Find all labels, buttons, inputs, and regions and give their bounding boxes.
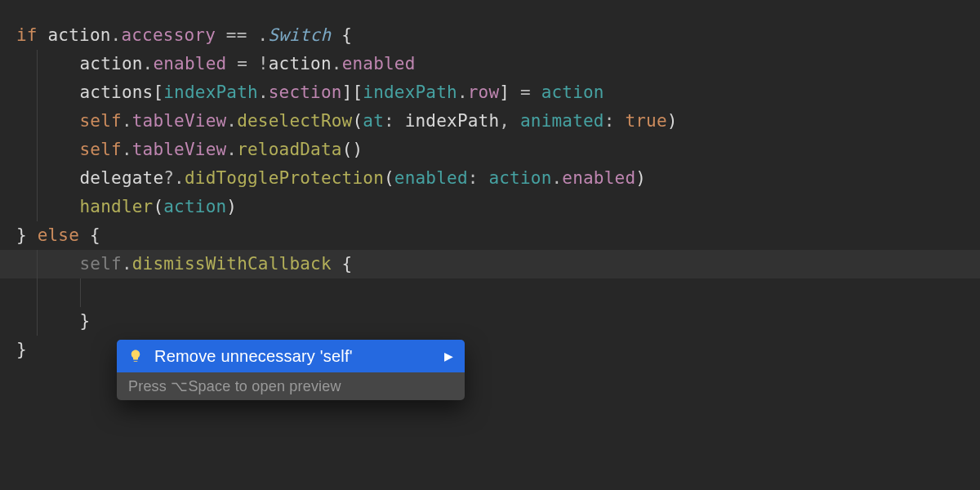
code-line[interactable]: self.tableView.deselectRow(at: indexPath… <box>0 107 980 136</box>
indent-guide <box>37 278 48 307</box>
code-line[interactable]: } else { <box>0 221 980 250</box>
code-line[interactable]: actions[indexPath.section][indexPath.row… <box>0 78 980 107</box>
indent-guide <box>37 193 48 221</box>
code-line[interactable]: self.tableView.reloadData() <box>0 136 980 164</box>
code-line[interactable]: action.enabled = !action.enabled <box>0 50 980 78</box>
code-line[interactable]: delegate?.didToggleProtection(enabled: a… <box>0 164 980 193</box>
indent-guide <box>37 50 48 78</box>
self-keyword: self <box>80 254 122 274</box>
code-line-highlighted[interactable]: self.dismissWithCallback { <box>0 250 980 278</box>
indent-guide <box>37 307 48 336</box>
indent-guide <box>37 164 48 193</box>
property: accessory <box>121 25 216 45</box>
indent-guide <box>37 78 48 107</box>
keyword-else: else <box>38 225 79 245</box>
lightbulb-icon <box>128 349 143 363</box>
indent-guide <box>37 136 48 164</box>
self-keyword: self <box>80 111 122 131</box>
identifier: action <box>48 25 111 45</box>
intention-popup: Remove unnecessary 'self' ▶ Press ⌥Space… <box>117 340 465 400</box>
code-line[interactable]: handler(action) <box>0 193 980 221</box>
code-line[interactable]: if action.accessory == .Switch { <box>0 21 980 50</box>
intention-action-item[interactable]: Remove unnecessary 'self' ▶ <box>117 340 465 372</box>
code-line[interactable]: } <box>0 307 980 336</box>
intention-hint: Press ⌥Space to open preview <box>117 372 465 400</box>
indent-guide <box>37 107 48 136</box>
enum-case: Switch <box>268 25 331 45</box>
chevron-right-icon: ▶ <box>444 350 453 363</box>
keyword-if: if <box>16 25 38 45</box>
indent-guide <box>80 278 91 307</box>
intention-action-label: Remove unnecessary 'self' <box>154 347 438 366</box>
indent-guide <box>37 250 48 278</box>
code-line[interactable] <box>0 278 980 307</box>
code-editor[interactable]: if action.accessory == .Switch { action.… <box>0 0 980 490</box>
